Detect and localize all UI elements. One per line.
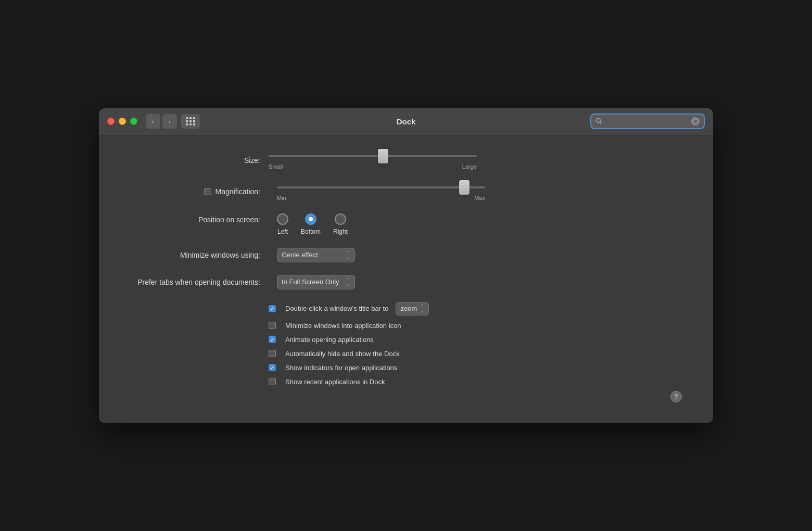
double-click-label: Double-click a window’s title bar to	[285, 305, 388, 312]
checkboxes-section: Double-click a window’s title bar to zoo…	[269, 302, 682, 386]
show-indicators-label: Show indicators for open applications	[285, 364, 397, 372]
bottom-area: ?	[130, 391, 682, 402]
close-button[interactable]	[107, 118, 115, 125]
preferences-window: ‹ › Dock ✕ Size:	[99, 108, 713, 423]
show-indicators-row: Show indicators for open applications	[269, 364, 682, 372]
tabs-label: Prefer tabs when opening documents:	[130, 278, 260, 286]
position-left-option[interactable]: Left	[277, 213, 288, 235]
magnification-checkbox[interactable]	[204, 188, 211, 195]
auto-hide-checkbox[interactable]	[269, 350, 276, 357]
show-recent-checkbox[interactable]	[269, 378, 276, 385]
position-label: Position on screen:	[130, 213, 260, 224]
position-bottom-option[interactable]: Bottom	[301, 213, 321, 235]
double-click-dropdown[interactable]: zoom	[396, 302, 429, 315]
search-clear-button[interactable]: ✕	[691, 117, 700, 125]
settings-content: Size: Small Large Magnification:	[99, 135, 713, 423]
minimize-label: Minimize windows using:	[130, 251, 260, 259]
animate-label: Animate opening applications	[285, 336, 374, 344]
svg-line-1	[600, 122, 602, 124]
magnification-slider-track[interactable]	[277, 182, 485, 193]
magnification-label: Magnification:	[215, 187, 260, 196]
auto-hide-row: Automatically hide and show the Dock	[269, 350, 682, 358]
position-left-radio[interactable]	[277, 213, 288, 225]
magnification-slider-container: Min Max	[277, 182, 485, 201]
minimize-icon-row: Minimize windows into application icon	[269, 322, 682, 330]
tabs-row: Prefer tabs when opening documents: In F…	[130, 275, 682, 289]
grid-view-button[interactable]	[181, 114, 200, 129]
double-click-value: zoom	[400, 305, 417, 312]
titlebar: ‹ › Dock ✕	[99, 108, 713, 135]
position-right-radio[interactable]	[335, 213, 346, 225]
position-right-option[interactable]: Right	[333, 213, 348, 235]
auto-hide-label: Automatically hide and show the Dock	[285, 350, 400, 358]
tabs-dropdown-arrow	[346, 277, 350, 287]
grid-icon	[186, 117, 196, 125]
back-button[interactable]: ‹	[146, 114, 160, 129]
size-row: Size: Small Large	[130, 151, 682, 170]
show-recent-row: Show recent applications in Dock	[269, 378, 682, 386]
animate-row: Animate opening applications	[269, 336, 682, 344]
nav-buttons: ‹ ›	[146, 114, 200, 129]
traffic-lights	[107, 118, 137, 125]
magnification-min-label: Min	[277, 195, 286, 201]
size-slider-labels: Small Large	[269, 163, 477, 170]
position-right-label: Right	[333, 228, 348, 235]
position-row: Position on screen: Left Bottom Right	[130, 213, 682, 235]
size-large-label: Large	[462, 163, 477, 170]
magnification-slider-labels: Min Max	[277, 195, 485, 201]
minimize-dropdown-arrow	[346, 250, 350, 260]
magnification-max-label: Max	[474, 195, 485, 201]
show-recent-label: Show recent applications in Dock	[285, 378, 385, 386]
minimize-icon-label: Minimize windows into application icon	[285, 322, 401, 330]
size-slider-container: Small Large	[269, 151, 477, 170]
magnification-slider-thumb[interactable]	[459, 180, 470, 195]
tabs-value: In Full Screen Only	[282, 278, 339, 286]
forward-button[interactable]: ›	[162, 114, 177, 129]
help-button[interactable]: ?	[670, 391, 682, 402]
double-click-dropdown-arrow	[420, 304, 424, 313]
search-box: ✕	[590, 113, 705, 129]
position-bottom-radio[interactable]	[305, 213, 316, 225]
double-click-checkbox[interactable]	[269, 305, 276, 312]
window-title: Dock	[397, 117, 416, 126]
position-left-label: Left	[277, 228, 288, 235]
double-click-row: Double-click a window’s title bar to zoo…	[269, 302, 682, 315]
size-label: Size:	[130, 156, 260, 165]
search-input[interactable]	[606, 118, 688, 125]
magnification-row: Magnification: Min Max	[130, 182, 682, 201]
size-slider-bg	[269, 155, 477, 157]
minimize-value: Genie effect	[282, 251, 318, 259]
magnification-slider-bg	[277, 186, 485, 188]
search-icon	[595, 118, 603, 125]
tabs-dropdown[interactable]: In Full Screen Only	[277, 275, 355, 289]
size-slider-track[interactable]	[269, 151, 477, 161]
minimize-button[interactable]	[119, 118, 126, 125]
minimize-dropdown[interactable]: Genie effect	[277, 248, 355, 262]
size-small-label: Small	[269, 163, 283, 170]
minimize-row: Minimize windows using: Genie effect	[130, 248, 682, 262]
maximize-button[interactable]	[130, 118, 137, 125]
magnification-label-group: Magnification:	[130, 187, 260, 196]
position-bottom-label: Bottom	[301, 228, 321, 235]
animate-checkbox[interactable]	[269, 336, 276, 343]
radio-group: Left Bottom Right	[277, 213, 348, 235]
show-indicators-checkbox[interactable]	[269, 364, 276, 371]
size-slider-thumb[interactable]	[378, 149, 388, 163]
minimize-icon-checkbox[interactable]	[269, 322, 276, 329]
